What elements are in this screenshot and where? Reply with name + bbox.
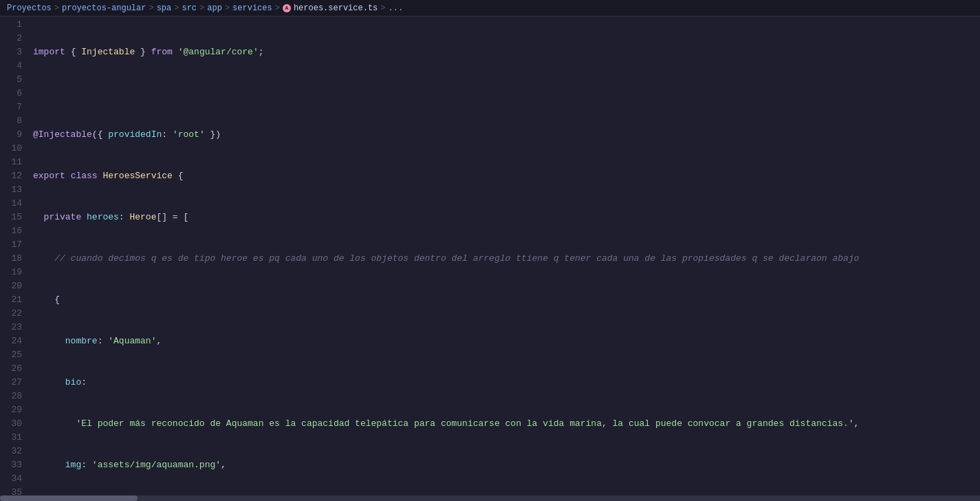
line-7: { <box>33 293 980 307</box>
bc-proyectos-angular[interactable]: proyectos-angular <box>62 3 146 13</box>
scrollbar-thumb[interactable] <box>0 495 138 501</box>
bc-sep-7: > <box>380 3 385 13</box>
line-1: import { Injectable } from '@angular/cor… <box>33 45 980 59</box>
line-6: // cuando decimos q es de tipo heroe es … <box>33 252 980 266</box>
line-5: private heroes: Heroe[] = [ <box>33 211 980 224</box>
line-8: nombre: 'Aquaman', <box>33 334 980 348</box>
bc-app[interactable]: app <box>207 3 222 13</box>
breadcrumb-bar: Proyectos > proyectos-angular > spa > sr… <box>0 0 980 17</box>
editor: 1 2 3 4 5 6 7 8 9 10 11 12 13 14 15 16 1… <box>0 17 980 501</box>
line-9: bio: <box>33 376 980 390</box>
bc-sep-4: > <box>199 3 204 13</box>
angular-icon: A <box>283 4 291 12</box>
bc-sep-3: > <box>174 3 179 13</box>
bc-more[interactable]: ... <box>389 3 404 13</box>
bc-sep-6: > <box>275 3 280 13</box>
code-area[interactable]: import { Injectable } from '@angular/cor… <box>28 17 980 501</box>
bc-services[interactable]: services <box>232 3 272 13</box>
bc-sep-1: > <box>54 3 59 13</box>
line-3: @Injectable({ providedIn: 'root' }) <box>33 128 980 142</box>
line-2 <box>33 87 980 100</box>
bc-spa[interactable]: spa <box>157 3 172 13</box>
line-numbers: 1 2 3 4 5 6 7 8 9 10 11 12 13 14 15 16 1… <box>0 17 28 501</box>
line-4: export class HeroesService { <box>33 169 980 183</box>
line-10: 'El poder más reconocido de Aquaman es l… <box>33 417 980 431</box>
scrollbar[interactable] <box>0 495 980 501</box>
line-11: img: 'assets/img/aquaman.png', <box>33 458 980 472</box>
bc-src[interactable]: src <box>182 3 197 13</box>
bc-proyectos[interactable]: Proyectos <box>7 3 52 13</box>
bc-sep-5: > <box>225 3 230 13</box>
bc-sep-2: > <box>149 3 153 13</box>
bc-file[interactable]: heroes.service.ts <box>294 3 378 13</box>
